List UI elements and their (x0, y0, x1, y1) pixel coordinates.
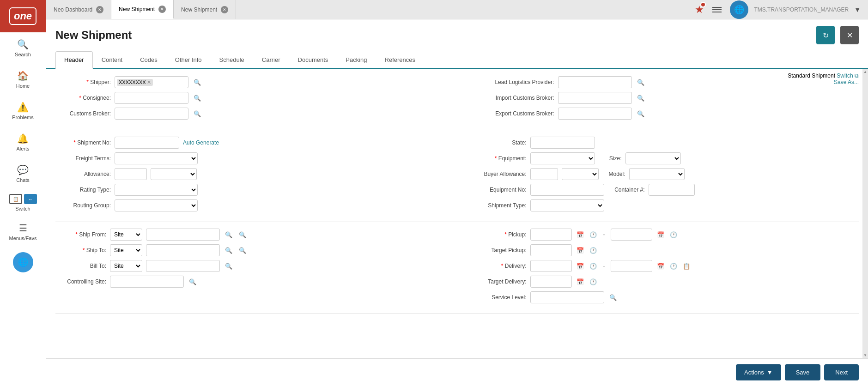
vertical-scrollbar[interactable]: ▲ ▼ (862, 69, 868, 358)
tab-documents[interactable]: Documents (289, 51, 337, 69)
ship-to-lookup-button[interactable]: 🔍 (237, 245, 248, 255)
delivery-clock2-button[interactable]: 🕐 (669, 261, 678, 271)
pickup-clock2-button[interactable]: 🕐 (669, 230, 678, 239)
auto-generate-link[interactable]: Auto Generate (183, 139, 219, 146)
tab-schedule[interactable]: Schedule (211, 51, 253, 69)
tab-close-neo-dashboard[interactable]: ✕ (96, 6, 103, 13)
user-dropdown-arrow[interactable]: ▼ (854, 6, 861, 13)
sidebar-item-chats[interactable]: 💬 Chats (0, 158, 46, 189)
rating-type-select[interactable] (115, 184, 198, 196)
target-pickup-clock-button[interactable]: 🕐 (589, 246, 598, 255)
delivery-calendar2-button[interactable]: 📅 (656, 261, 665, 271)
export-customs-input[interactable] (558, 108, 632, 120)
tab-other-info[interactable]: Other Info (166, 51, 211, 69)
bill-to-type-select[interactable]: Site (110, 260, 142, 272)
delivery-date-input[interactable] (530, 260, 572, 272)
delivery-extra-button[interactable]: 📋 (682, 261, 691, 271)
save-as-link[interactable]: Save As... (788, 79, 859, 85)
import-customs-input[interactable] (558, 92, 632, 104)
pickup-date-input[interactable] (530, 229, 572, 241)
shipper-tag-remove[interactable]: ✕ (147, 79, 151, 85)
buyer-allowance-select[interactable] (562, 168, 599, 180)
consignee-search-button[interactable]: 🔍 (192, 93, 202, 103)
size-select[interactable] (625, 152, 681, 164)
tab-new-shipment-2[interactable]: New Shipment ✕ (174, 0, 236, 19)
delivery-date2-input[interactable] (611, 260, 652, 272)
switch-link[interactable]: Switch (837, 72, 853, 79)
model-select[interactable] (629, 168, 685, 180)
sidebar-avatar[interactable]: 🌐 (13, 252, 33, 272)
sidebar-item-search[interactable]: 🔍 Search (0, 32, 46, 64)
consignee-input[interactable] (115, 92, 188, 104)
tab-close-new-shipment-1[interactable]: ✕ (158, 6, 166, 13)
shipper-input[interactable]: XXXXXXXX ✕ (115, 76, 188, 88)
tab-carrier[interactable]: Carrier (253, 51, 289, 69)
copy-icon[interactable]: ⧉ (855, 72, 859, 79)
allowance-select[interactable] (151, 168, 197, 180)
tab-packing[interactable]: Packing (337, 51, 376, 69)
shipment-type-select[interactable] (530, 199, 604, 211)
pickup-clock-button[interactable]: 🕐 (589, 230, 598, 239)
controlling-site-input[interactable] (110, 276, 184, 288)
bill-to-search-button[interactable]: 🔍 (224, 261, 234, 271)
app-logo[interactable]: one (0, 0, 46, 32)
ship-from-search-button[interactable]: 🔍 (224, 229, 234, 240)
pickup-date2-input[interactable] (611, 229, 652, 241)
sidebar-item-menus[interactable]: ☰ Menus/Favs (0, 216, 46, 247)
user-avatar[interactable]: 🌐 (730, 0, 748, 19)
next-button[interactable]: Next (824, 364, 859, 380)
controlling-site-search-button[interactable]: 🔍 (188, 277, 198, 287)
routing-group-select[interactable] (115, 199, 198, 211)
ship-to-input[interactable] (146, 244, 220, 256)
scroll-down-arrow[interactable]: ▼ (862, 352, 868, 358)
sidebar-item-switch[interactable]: 📋 ↔ Switch (0, 189, 46, 216)
target-delivery-date-input[interactable] (530, 276, 572, 288)
export-customs-search-button[interactable]: 🔍 (636, 109, 646, 119)
tab-close-new-shipment-2[interactable]: ✕ (221, 6, 228, 13)
pickup-calendar-button[interactable]: 📅 (576, 230, 585, 239)
close-button[interactable]: ✕ (840, 26, 859, 44)
shipper-search-button[interactable]: 🔍 (192, 77, 202, 87)
scroll-up-arrow[interactable]: ▲ (862, 69, 868, 75)
tab-codes[interactable]: Codes (131, 51, 166, 69)
save-button[interactable]: Save (785, 364, 821, 380)
tab-content[interactable]: Content (93, 51, 132, 69)
target-delivery-clock-button[interactable]: 🕐 (589, 277, 598, 286)
allowance-input1[interactable] (115, 168, 147, 180)
sidebar-item-alerts[interactable]: 🔔 Alerts (0, 127, 46, 158)
delivery-clock-button[interactable]: 🕐 (589, 261, 598, 271)
actions-button[interactable]: Actions ▼ (736, 364, 781, 380)
lead-logistics-input[interactable] (558, 76, 632, 88)
container-input[interactable] (649, 184, 695, 196)
ship-from-lookup-button[interactable]: 🔍 (237, 229, 248, 240)
pickup-calendar2-button[interactable]: 📅 (656, 230, 665, 239)
import-customs-search-button[interactable]: 🔍 (636, 93, 646, 103)
ship-from-type-select[interactable]: Site (110, 229, 142, 241)
favorites-button[interactable]: ★ (695, 4, 704, 16)
target-pickup-date-input[interactable] (530, 244, 572, 256)
shipment-no-input[interactable] (115, 137, 179, 149)
sidebar-item-home[interactable]: 🏠 Home (0, 64, 46, 95)
tab-new-shipment-1[interactable]: New Shipment ✕ (111, 0, 174, 19)
tab-header[interactable]: Header (55, 51, 93, 69)
equipment-no-input[interactable] (530, 184, 604, 196)
sidebar-item-problems[interactable]: ⚠️ Problems (0, 95, 46, 127)
ship-to-type-select[interactable]: Site (110, 244, 142, 256)
buyer-allowance-input1[interactable] (530, 168, 558, 180)
customs-broker-input[interactable] (115, 108, 188, 120)
tab-references[interactable]: References (376, 51, 424, 69)
ship-to-search-button[interactable]: 🔍 (224, 245, 234, 255)
ship-from-input[interactable] (146, 229, 220, 241)
freight-terms-select[interactable] (115, 152, 198, 164)
service-level-search-button[interactable]: 🔍 (608, 292, 618, 302)
service-level-input[interactable] (530, 291, 604, 303)
refresh-button[interactable]: ↻ (816, 26, 835, 44)
hamburger-menu-button[interactable] (710, 4, 724, 15)
delivery-calendar-button[interactable]: 📅 (576, 261, 585, 271)
bill-to-input[interactable] (146, 260, 220, 272)
lead-logistics-search-button[interactable]: 🔍 (636, 77, 646, 87)
tab-neo-dashboard[interactable]: Neo Dashboard ✕ (46, 0, 111, 19)
equipment-select[interactable] (530, 152, 595, 164)
target-pickup-calendar-button[interactable]: 📅 (576, 246, 585, 255)
customs-broker-search-button[interactable]: 🔍 (192, 109, 202, 119)
